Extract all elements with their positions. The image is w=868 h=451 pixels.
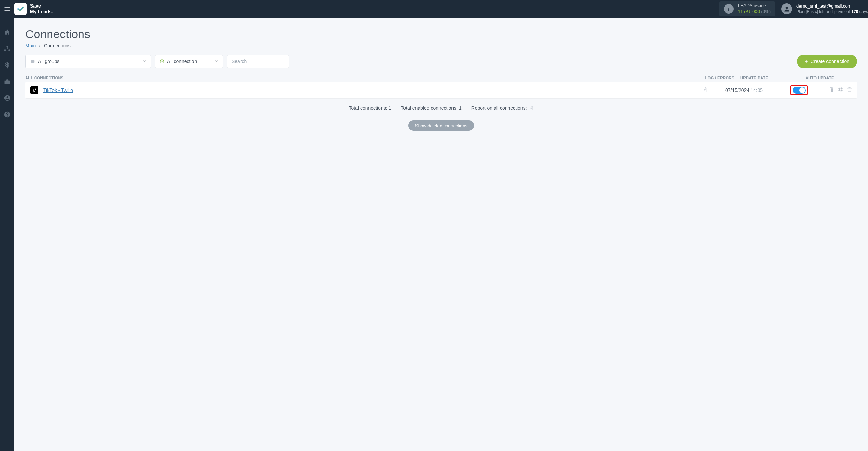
trash-icon[interactable]	[847, 87, 852, 94]
total-enabled: Total enabled connections: 1	[401, 105, 461, 111]
plus-icon: +	[805, 58, 808, 64]
copy-icon[interactable]	[829, 87, 834, 94]
account-menu[interactable]: demo_sml_test@gmail.com Plan |Basic| lef…	[781, 3, 868, 14]
info-icon: i	[724, 4, 734, 14]
file-icon	[529, 105, 534, 111]
table-header: ALL CONNECTIONS LOG / ERRORS UPDATE DATE…	[25, 72, 857, 82]
svg-rect-2	[4, 50, 6, 51]
main-content: Connections Main / Connections All group…	[14, 18, 868, 451]
menu-button[interactable]	[0, 0, 14, 18]
auto-update-highlight	[790, 85, 808, 95]
filters-row: All groups All connection + Create conne…	[25, 55, 857, 68]
update-date: 07/15/2024 14:05	[722, 87, 787, 93]
gear-icon[interactable]	[838, 87, 843, 94]
breadcrumb-main[interactable]: Main	[25, 43, 36, 48]
total-connections: Total connections: 1	[349, 105, 391, 111]
top-bar: Save My Leads. i LEADS usage: 11 of 5'00…	[0, 0, 868, 18]
sidebar-item-help[interactable]	[0, 110, 14, 119]
page-title: Connections	[25, 27, 857, 41]
sidebar-item-connections[interactable]	[0, 44, 14, 54]
chevron-down-icon	[214, 59, 219, 64]
folder-icon	[30, 59, 35, 64]
brand[interactable]: Save My Leads.	[14, 3, 53, 15]
svg-point-0	[786, 7, 788, 9]
svg-rect-3	[8, 50, 10, 51]
tiktok-icon	[30, 86, 38, 94]
search-input[interactable]	[227, 55, 289, 68]
leads-usage-box[interactable]: i LEADS usage: 11 of 5'000 (0%)	[719, 1, 775, 16]
show-deleted-button[interactable]: Show deleted connections	[408, 120, 474, 131]
sidebar-item-toolbox[interactable]	[0, 77, 14, 86]
play-circle-icon	[160, 59, 164, 64]
breadcrumb: Main / Connections	[25, 43, 857, 48]
groups-dropdown[interactable]: All groups	[25, 55, 151, 68]
col-header-auto: AUTO UPDATE	[802, 76, 857, 80]
brand-text: Save My Leads.	[30, 3, 53, 15]
account-email: demo_sml_test@gmail.com	[796, 3, 868, 9]
status-dropdown[interactable]: All connection	[155, 55, 223, 68]
connection-row: TikTok - Twilio 07/15/2024 14:05	[25, 82, 857, 98]
summary-row: Total connections: 1 Total enabled conne…	[25, 105, 857, 111]
svg-rect-8	[831, 88, 833, 92]
col-header-date: UPDATE DATE	[737, 76, 802, 80]
leads-usage-text: LEADS usage: 11 of 5'000 (0%)	[738, 3, 771, 15]
sidebar-item-billing[interactable]	[0, 60, 14, 70]
col-header-connections: ALL CONNECTIONS	[25, 76, 703, 80]
sidebar-item-home[interactable]	[0, 27, 14, 37]
breadcrumb-current: Connections	[44, 43, 71, 48]
svg-rect-1	[7, 46, 8, 47]
account-plan: Plan |Basic| left until payment 170 days	[796, 9, 868, 15]
log-button[interactable]	[688, 86, 722, 94]
auto-update-toggle[interactable]	[793, 87, 806, 94]
chevron-down-icon	[142, 59, 146, 64]
sidebar-item-profile[interactable]	[0, 93, 14, 103]
sidebar	[0, 18, 14, 451]
connection-name-link[interactable]: TikTok - Twilio	[43, 87, 688, 93]
create-connection-button[interactable]: + Create connection	[797, 55, 857, 68]
avatar-icon	[781, 3, 792, 14]
col-header-log: LOG / ERRORS	[703, 76, 737, 80]
logo-icon	[14, 3, 27, 15]
row-actions	[829, 87, 852, 94]
report-all[interactable]: Report on all connections:	[471, 105, 534, 111]
svg-point-5	[7, 96, 8, 98]
